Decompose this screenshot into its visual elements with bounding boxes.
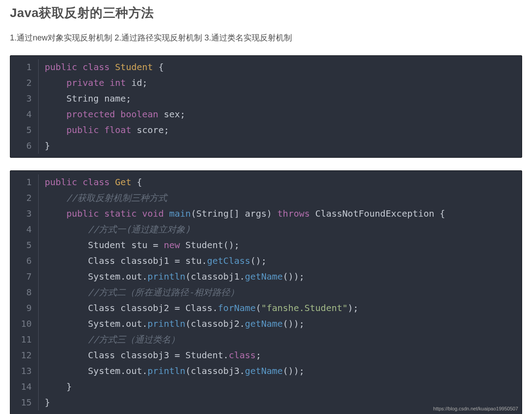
- code-content: //方式一(通过建立对象): [38, 222, 445, 237]
- code-content: Class classobj2 = Class.forName("fanshe.…: [38, 300, 445, 316]
- code-content: //获取反射机制三种方式: [38, 190, 445, 206]
- line-number: 2: [10, 190, 38, 206]
- code-content: public static void main(String[] args) t…: [38, 206, 445, 222]
- code-line: 15}: [10, 395, 445, 410]
- line-number: 6: [10, 253, 38, 269]
- line-number: 5: [10, 237, 38, 253]
- code-line: 1public class Student {: [10, 59, 186, 75]
- code-content: public float score;: [38, 122, 186, 138]
- line-number: 4: [10, 107, 38, 122]
- code-content: }: [38, 379, 445, 395]
- page-title: Java获取反射的三种方法: [10, 4, 522, 22]
- code-line: 10 System.out.println(classobj2.getName(…: [10, 316, 445, 332]
- code-line: 2 //获取反射机制三种方式: [10, 190, 445, 206]
- code-content: System.out.println(classobj1.getName());: [38, 269, 445, 285]
- code-line: 1public class Get {: [10, 174, 445, 190]
- code-content: public class Get {: [38, 174, 445, 190]
- code-line: 3 String name;: [10, 91, 186, 107]
- code-line: 12 Class classobj3 = Student.class;: [10, 347, 445, 363]
- line-number: 9: [10, 300, 38, 316]
- code-line: 3 public static void main(String[] args)…: [10, 206, 445, 222]
- code-line: 8 //方式二（所在通过路径-相对路径）: [10, 285, 445, 300]
- code-content: String name;: [38, 91, 186, 107]
- code-line: 6 Class classobj1 = stu.getClass();: [10, 253, 445, 269]
- line-number: 2: [10, 75, 38, 91]
- intro-text: 1.通过new对象实现反射机制 2.通过路径实现反射机制 3.通过类名实现反射机…: [10, 31, 522, 45]
- code-line: 4 //方式一(通过建立对象): [10, 222, 445, 237]
- code-line: 7 System.out.println(classobj1.getName()…: [10, 269, 445, 285]
- code-content: //方式三（通过类名）: [38, 332, 445, 347]
- code-line: 9 Class classobj2 = Class.forName("fansh…: [10, 300, 445, 316]
- code-content: Class classobj1 = stu.getClass();: [38, 253, 445, 269]
- line-number: 1: [10, 174, 38, 190]
- footer-url: https://blog.csdn.net/kuaipao19950507: [433, 406, 518, 411]
- line-number: 12: [10, 347, 38, 363]
- code-content: protected boolean sex;: [38, 107, 186, 122]
- code-line: 13 System.out.println(classobj3.getName(…: [10, 363, 445, 379]
- code-content: }: [38, 138, 186, 154]
- line-number: 13: [10, 363, 38, 379]
- code-block-2: 1public class Get {2 //获取反射机制三种方式3 publi…: [10, 170, 522, 414]
- code-content: }: [38, 395, 445, 410]
- code-content: private int id;: [38, 75, 186, 91]
- code-content: Student stu = new Student();: [38, 237, 445, 253]
- code-line: 6}: [10, 138, 186, 154]
- line-number: 7: [10, 269, 38, 285]
- code-line: 5 public float score;: [10, 122, 186, 138]
- line-number: 6: [10, 138, 38, 154]
- line-number: 4: [10, 222, 38, 237]
- line-number: 15: [10, 395, 38, 410]
- code-line: 14 }: [10, 379, 445, 395]
- code-content: //方式二（所在通过路径-相对路径）: [38, 285, 445, 300]
- code-line: 2 private int id;: [10, 75, 186, 91]
- line-number: 5: [10, 122, 38, 138]
- code-line: 11 //方式三（通过类名）: [10, 332, 445, 347]
- line-number: 3: [10, 91, 38, 107]
- code-content: public class Student {: [38, 59, 186, 75]
- code-content: System.out.println(classobj2.getName());: [38, 316, 445, 332]
- code-content: System.out.println(classobj3.getName());: [38, 363, 445, 379]
- code-line: 5 Student stu = new Student();: [10, 237, 445, 253]
- line-number: 10: [10, 316, 38, 332]
- line-number: 14: [10, 379, 38, 395]
- line-number: 3: [10, 206, 38, 222]
- code-line: 4 protected boolean sex;: [10, 107, 186, 122]
- line-number: 1: [10, 59, 38, 75]
- code-block-1: 1public class Student {2 private int id;…: [10, 55, 522, 158]
- line-number: 8: [10, 285, 38, 300]
- code-content: Class classobj3 = Student.class;: [38, 347, 445, 363]
- line-number: 11: [10, 332, 38, 347]
